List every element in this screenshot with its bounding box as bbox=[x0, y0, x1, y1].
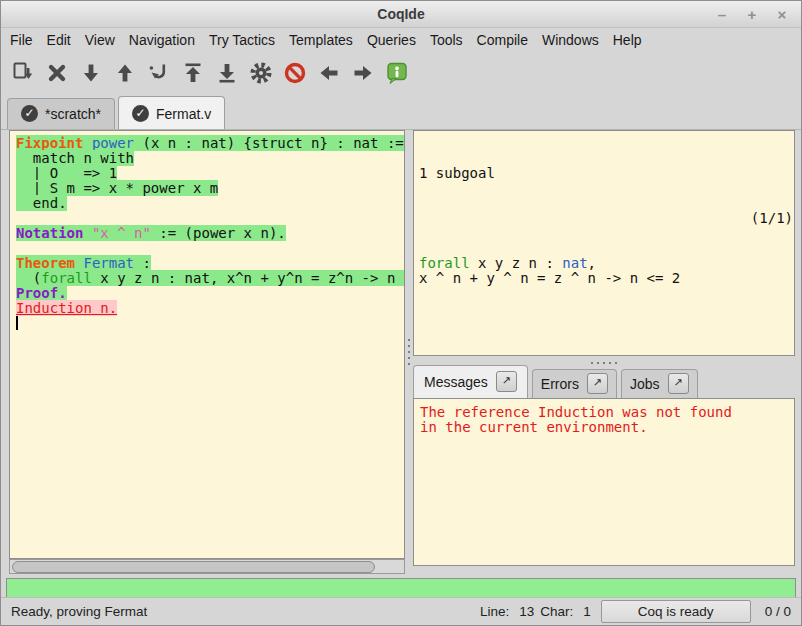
toolbar bbox=[1, 53, 801, 93]
subgoal-header: 1 subgoal bbox=[419, 166, 794, 181]
menu-navigation[interactable]: Navigation bbox=[122, 29, 202, 51]
go-to-cursor-icon bbox=[147, 61, 171, 85]
save-button[interactable] bbox=[11, 61, 35, 85]
detach-icon: ↗ bbox=[593, 376, 602, 388]
code-line: | O => 1 bbox=[16, 166, 404, 181]
coqide-window: CoqIde – + × FileEditViewNavigationTry T… bbox=[0, 0, 802, 626]
maximize-button[interactable]: + bbox=[741, 3, 763, 25]
goal-pane[interactable]: 1 subgoal ______________________________… bbox=[413, 130, 795, 356]
menu-templates[interactable]: Templates bbox=[282, 29, 360, 51]
window-controls: – + × bbox=[711, 1, 793, 27]
save-icon bbox=[11, 61, 35, 85]
previous-icon bbox=[317, 61, 341, 85]
go-to-cursor-button[interactable] bbox=[147, 61, 171, 85]
detach-messages-button[interactable]: ↗ bbox=[496, 371, 517, 392]
goal-counter: (1/1) bbox=[751, 211, 793, 226]
line-label: Line: bbox=[480, 604, 509, 619]
code-editor[interactable]: Fixpoint power (x n : nat) {struct n} : … bbox=[9, 130, 405, 559]
tab-fermat[interactable]: ✓ Fermat.v bbox=[118, 96, 225, 129]
interrupt-icon bbox=[283, 61, 307, 85]
tab-jobs[interactable]: Jobs ↗ bbox=[621, 369, 698, 398]
code-line bbox=[16, 241, 404, 256]
go-to-end-icon bbox=[215, 61, 239, 85]
tab-check-icon: ✓ bbox=[132, 105, 149, 122]
code-line: Theorem Fermat : bbox=[16, 256, 404, 271]
close-icon bbox=[45, 61, 69, 85]
statusbar: Ready, proving Fermat Line: 13 Char: 1 C… bbox=[1, 597, 801, 625]
menu-compile[interactable]: Compile bbox=[470, 29, 535, 51]
messages-content[interactable]: The reference Induction was not foundin … bbox=[413, 398, 795, 566]
menu-view[interactable]: View bbox=[78, 29, 122, 51]
tab-label: Errors bbox=[541, 376, 579, 392]
go-to-end-button[interactable] bbox=[215, 61, 239, 85]
message-line: The reference Induction was not found bbox=[420, 405, 794, 420]
tab-label: Jobs bbox=[630, 376, 660, 392]
preferences-button[interactable] bbox=[249, 61, 273, 85]
detach-jobs-button[interactable]: ↗ bbox=[668, 373, 689, 394]
go-to-start-button[interactable] bbox=[181, 61, 205, 85]
char-value: 1 bbox=[583, 604, 591, 619]
tab-check-icon: ✓ bbox=[21, 105, 38, 122]
menu-windows[interactable]: Windows bbox=[535, 29, 606, 51]
progress-bar bbox=[6, 578, 796, 598]
vertical-splitter[interactable] bbox=[405, 129, 413, 575]
code-line bbox=[16, 316, 404, 331]
about-button[interactable] bbox=[385, 61, 409, 85]
next-button[interactable] bbox=[351, 61, 375, 85]
char-label: Char: bbox=[540, 604, 573, 619]
interrupt-button[interactable] bbox=[283, 61, 307, 85]
code-line: (forall x y z n : nat, x^n + y^n = z^n -… bbox=[16, 271, 404, 286]
close-button[interactable]: × bbox=[771, 3, 793, 25]
tab-label: *scratch* bbox=[45, 106, 101, 122]
previous-button[interactable] bbox=[317, 61, 341, 85]
statusbar-right: Line: 13 Char: 1 Coq is ready 0 / 0 bbox=[480, 600, 791, 623]
code-line: | S m => x * power x m bbox=[16, 181, 404, 196]
tab-label: Messages bbox=[424, 374, 488, 390]
detach-icon: ↗ bbox=[502, 374, 511, 386]
menu-file[interactable]: File bbox=[3, 29, 40, 51]
code-line: Proof. bbox=[16, 286, 404, 301]
code-line bbox=[16, 211, 404, 226]
step-forward-icon bbox=[79, 61, 103, 85]
go-to-start-icon bbox=[181, 61, 205, 85]
horizontal-scrollbar[interactable] bbox=[9, 559, 405, 574]
detach-errors-button[interactable]: ↗ bbox=[587, 373, 608, 394]
window-title: CoqIde bbox=[377, 6, 424, 22]
menubar: FileEditViewNavigationTry TacticsTemplat… bbox=[1, 27, 801, 53]
code-line: end. bbox=[16, 196, 404, 211]
document-tabbar: ✓ *scratch* ✓ Fermat.v bbox=[1, 94, 801, 130]
code-line: match n with bbox=[16, 151, 404, 166]
goal-line: forall x y z n : nat, bbox=[419, 256, 794, 271]
code-line: Induction n. bbox=[16, 301, 404, 316]
menu-help[interactable]: Help bbox=[606, 29, 649, 51]
line-value: 13 bbox=[519, 604, 534, 619]
message-line: in the current environment. bbox=[420, 420, 794, 435]
coq-status-indicator: Coq is ready bbox=[601, 600, 751, 623]
scrollbar-thumb[interactable] bbox=[12, 561, 375, 573]
tab-scratch[interactable]: ✓ *scratch* bbox=[7, 98, 115, 129]
status-message: Ready, proving Fermat bbox=[11, 604, 147, 619]
about-icon bbox=[385, 61, 409, 85]
main-area: Fixpoint power (x n : nat) {struct n} : … bbox=[1, 129, 801, 575]
preferences-gear-icon bbox=[249, 61, 273, 85]
next-icon bbox=[351, 61, 375, 85]
text-cursor bbox=[16, 316, 18, 330]
tab-errors[interactable]: Errors ↗ bbox=[532, 369, 617, 398]
detach-icon: ↗ bbox=[673, 376, 682, 388]
step-backward-icon bbox=[113, 61, 137, 85]
goal-separator: _______________________________________ … bbox=[419, 211, 793, 226]
menu-try-tactics[interactable]: Try Tactics bbox=[202, 29, 282, 51]
step-forward-button[interactable] bbox=[79, 61, 103, 85]
menu-edit[interactable]: Edit bbox=[40, 29, 78, 51]
tab-label: Fermat.v bbox=[156, 106, 211, 122]
goal-line: x ^ n + y ^ n = z ^ n -> n <= 2 bbox=[419, 271, 794, 286]
tab-messages[interactable]: Messages ↗ bbox=[413, 365, 528, 398]
code-line: Notation "x ^ n" := (power x n). bbox=[16, 226, 404, 241]
minimize-button[interactable]: – bbox=[711, 3, 733, 25]
code-line: Fixpoint power (x n : nat) {struct n} : … bbox=[16, 136, 404, 151]
close-buffer-button[interactable] bbox=[45, 61, 69, 85]
step-backward-button[interactable] bbox=[113, 61, 137, 85]
menu-queries[interactable]: Queries bbox=[360, 29, 423, 51]
message-tabbar: Messages ↗ Errors ↗ Jobs ↗ bbox=[413, 367, 795, 398]
menu-tools[interactable]: Tools bbox=[423, 29, 470, 51]
